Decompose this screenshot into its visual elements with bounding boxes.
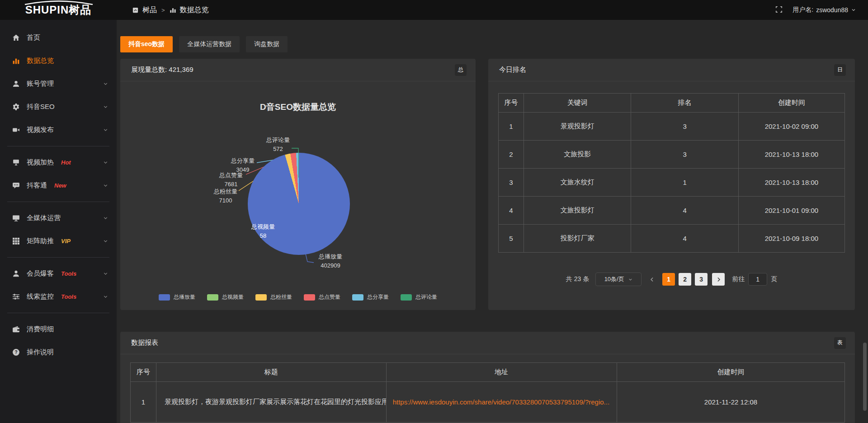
sidebar-item-overview[interactable]: 数据总览 — [0, 49, 117, 72]
legend-item[interactable]: 总粉丝量 — [255, 293, 292, 301]
rank-table-row: 5投影灯厂家42021-10-09 18:00 — [499, 225, 845, 253]
legend-item[interactable]: 总评论量 — [401, 293, 437, 301]
sidebar-item-video-heat[interactable]: 视频加热 Hot — [0, 151, 117, 174]
sidebar-item-label: 会员爆客 — [27, 269, 54, 278]
pagination: 共 23 条 10条/页 123 — [498, 273, 845, 286]
logo[interactable]: SHUPIN树品 — [0, 0, 117, 20]
scrollbar-thumb[interactable] — [863, 343, 867, 411]
tab-1[interactable]: 抖音seo数据 — [120, 36, 173, 52]
chevron-down-icon — [103, 271, 108, 277]
report-table-header: 序号标题地址创建时间 — [131, 363, 845, 382]
user-menu[interactable]: 用户名: zswodun88 — [793, 6, 856, 14]
sidebar-item-douketong[interactable]: 抖客通 New — [0, 174, 117, 197]
sidebar-item-help[interactable]: ? 操作说明 — [0, 341, 117, 364]
table-cell: 4 — [631, 225, 738, 253]
prev-page-button[interactable] — [646, 273, 658, 286]
sidebar-item-account[interactable]: 账号管理 — [0, 72, 117, 95]
table-cell: 景观投影灯，夜游景观投影灯厂家展示展示落花灯在花园里的灯光投影应用效果 # — [156, 382, 386, 423]
page-size-select[interactable]: 10条/页 — [595, 273, 642, 286]
sidebar-item-label: 矩阵助推 — [27, 237, 54, 245]
legend-item[interactable]: 总视频量 — [207, 293, 244, 301]
sidebar-item-expense[interactable]: 消费明细 — [0, 318, 117, 341]
table-cell: 2 — [499, 141, 524, 169]
top-header: SHUPIN树品 树品 > 数据总览 用户名: zswodun88 — [0, 0, 868, 20]
goto-unit: 页 — [771, 275, 777, 283]
legend-item[interactable]: 总点赞量 — [304, 293, 340, 301]
table-cell: 3 — [631, 113, 738, 141]
pie-label-fans: 总粉丝量7100 — [205, 187, 246, 205]
pie-chart: D音SEO数据量总览 总评论量572 总分享量3049 — [120, 81, 476, 310]
table-cell: 3 — [499, 169, 524, 197]
app-square-icon — [132, 7, 139, 14]
table-cell: 文旅投影 — [524, 141, 631, 169]
sidebar-item-label: 消费明细 — [27, 325, 54, 334]
sidebar-item-home[interactable]: 首页 — [0, 26, 117, 49]
svg-text:?: ? — [14, 350, 17, 355]
page-button-2[interactable]: 2 — [679, 273, 691, 286]
page-button-3[interactable]: 3 — [695, 273, 708, 286]
legend-label: 总评论量 — [415, 293, 437, 301]
data-report-panel: 数据报表 表 序号标题地址创建时间 1景观投影灯，夜游景观投影灯厂家展示展示落花… — [120, 332, 855, 423]
main-content: 抖音seo数据全媒体运营数据询盘数据 展现量总数: 421,369 总 D音SE… — [117, 20, 868, 423]
sidebar-item-badge: VIP — [61, 238, 71, 244]
rank-table-row: 1景观投影灯32021-10-02 09:00 — [499, 113, 845, 141]
goto-page-input[interactable] — [748, 273, 767, 286]
rank-panel-title: 今日排名 — [499, 66, 526, 74]
table-cell: 3 — [631, 141, 738, 169]
tab-2[interactable]: 全媒体运营数据 — [179, 36, 240, 52]
report-panel-title: 数据报表 — [131, 338, 158, 347]
table-cell: 2021-10-09 18:00 — [738, 225, 844, 253]
chevron-down-icon — [103, 160, 108, 165]
video-camera-icon — [12, 126, 20, 134]
sidebar-item-member[interactable]: 会员爆客 Tools — [0, 262, 117, 285]
sliders-icon — [12, 293, 20, 301]
table-cell: 文旅投影灯 — [524, 197, 631, 225]
table-cell: 2021-10-02 09:00 — [738, 113, 844, 141]
user-icon — [12, 80, 20, 88]
column-header: 创建时间 — [617, 363, 844, 382]
rank-table-row: 4文旅投影灯42021-10-01 09:00 — [499, 197, 845, 225]
legend-item[interactable]: 总播放量 — [159, 293, 195, 301]
pie-label-videos: 总视频量58 — [243, 222, 283, 240]
sidebar-item-media-ops[interactable]: 全媒体运营 — [0, 207, 117, 230]
legend-swatch — [207, 294, 218, 301]
legend-swatch — [401, 294, 412, 301]
legend-label: 总分享量 — [367, 293, 389, 301]
page-scrollbar[interactable] — [863, 20, 867, 423]
chevron-down-icon — [103, 127, 108, 133]
sidebar-item-matrix-boost[interactable]: 矩阵助推 VIP — [0, 230, 117, 253]
overview-stat-label: 展现量总数: — [131, 66, 167, 73]
next-page-button[interactable] — [712, 273, 725, 286]
sidebar-divider — [7, 202, 109, 202]
breadcrumb-root[interactable]: 树品 — [142, 5, 157, 15]
total-badge-button[interactable]: 总 — [455, 64, 467, 76]
video-link[interactable]: https://www.iesdouyin.com/share/video/70… — [386, 382, 617, 423]
fullscreen-icon[interactable] — [775, 6, 783, 14]
chevron-down-icon — [103, 238, 108, 244]
sidebar-item-label: 账号管理 — [27, 80, 54, 88]
table-cell: 4 — [499, 197, 524, 225]
rank-table-row: 2文旅投影32021-10-13 18:00 — [499, 141, 845, 169]
legend-item[interactable]: 总分享量 — [352, 293, 389, 301]
chevron-down-icon — [103, 183, 108, 188]
table-cell: 2021-10-13 18:00 — [738, 169, 844, 197]
grid-icon — [12, 237, 20, 245]
day-badge-button[interactable]: 日 — [834, 64, 846, 76]
table-cell: 1 — [131, 382, 156, 423]
table-cell: 景观投影灯 — [524, 113, 631, 141]
sidebar: 首页 数据总览 账号管理 抖音SEO 视频发布 视频加热 Hot — [0, 20, 117, 423]
legend-label: 总播放量 — [174, 293, 195, 301]
tab-3[interactable]: 询盘数据 — [246, 36, 288, 52]
overview-stat-value: 421,369 — [169, 66, 193, 73]
page-button-1[interactable]: 1 — [662, 273, 675, 286]
today-rank-panel: 今日排名 日 序号关键词排名创建时间 1景观投影灯32021-10-02 09:… — [488, 59, 855, 310]
sidebar-item-clue-monitor[interactable]: 线索监控 Tools — [0, 285, 117, 308]
table-badge-button[interactable]: 表 — [834, 337, 846, 349]
column-header: 标题 — [156, 363, 386, 382]
chart-legend: 总播放量总视频量总粉丝量总点赞量总分享量总评论量 — [120, 293, 476, 301]
sidebar-item-label: 全媒体运营 — [27, 214, 61, 222]
sidebar-item-video-publish[interactable]: 视频发布 — [0, 118, 117, 141]
sidebar-item-douyin-seo[interactable]: 抖音SEO — [0, 95, 117, 118]
breadcrumb-current[interactable]: 数据总览 — [180, 5, 209, 15]
monitor-icon — [12, 214, 20, 222]
